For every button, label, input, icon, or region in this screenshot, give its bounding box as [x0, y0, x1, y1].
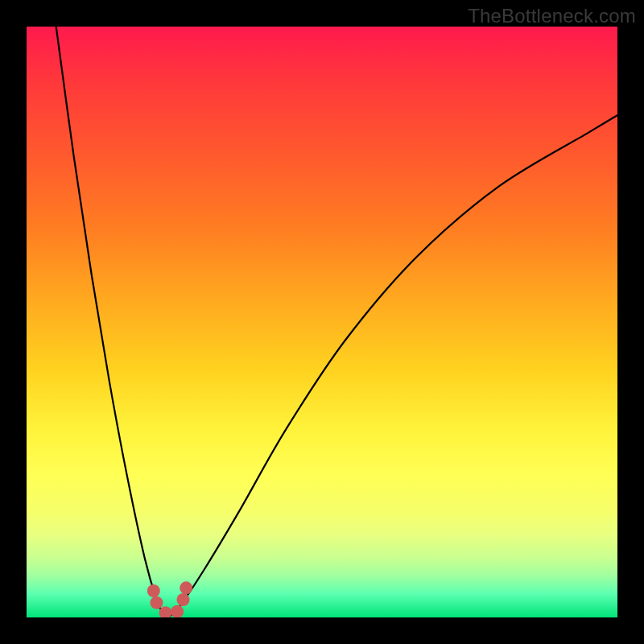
marker-cluster — [147, 581, 192, 617]
chart-frame: TheBottleneck.com — [0, 0, 644, 644]
marker-dot — [150, 597, 163, 609]
curve-bottleneck-left — [56, 27, 168, 617]
marker-dot — [171, 605, 184, 617]
curve-bottleneck-right — [168, 115, 617, 617]
watermark-text: TheBottleneck.com — [468, 5, 636, 27]
marker-dot — [180, 581, 192, 594]
bottleneck-curve — [56, 27, 617, 617]
marker-dot — [177, 593, 190, 606]
plot-area — [27, 27, 617, 617]
marker-dot — [147, 584, 160, 597]
curve-layer — [27, 27, 617, 617]
